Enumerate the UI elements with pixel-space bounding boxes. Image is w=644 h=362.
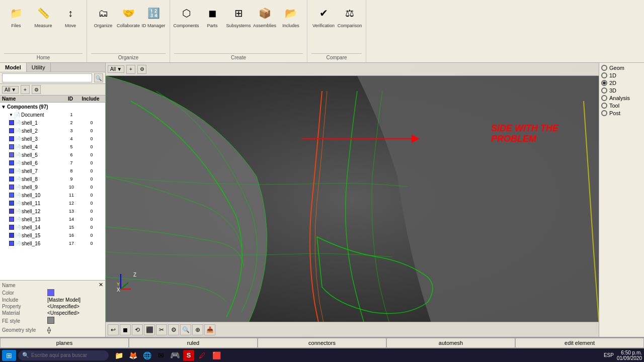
verification-button[interactable]: ✔ Verification bbox=[311, 4, 336, 28]
parts-button[interactable]: ◼ Parts bbox=[200, 4, 224, 28]
id-manager-button[interactable]: 🔢 ID Manager bbox=[141, 4, 166, 28]
files-button[interactable]: 📁 Files bbox=[4, 4, 28, 28]
radio-2d-circle bbox=[601, 80, 607, 86]
problem-arrow-line bbox=[302, 138, 413, 139]
measure-button[interactable]: 📏 Measure bbox=[31, 4, 55, 28]
subsystems-button[interactable]: ⊞ Subsystems bbox=[226, 4, 251, 28]
radio-tool[interactable]: Tool bbox=[601, 103, 642, 109]
comparison-button[interactable]: ⚖ Comparison bbox=[338, 4, 362, 28]
components-icon: ⬡ bbox=[177, 4, 195, 22]
assemblies-icon: 📦 bbox=[256, 4, 274, 22]
tab-model[interactable]: Model bbox=[0, 63, 27, 72]
taskbar-file-explorer[interactable]: 📁 bbox=[113, 350, 125, 361]
parts-icon: ◼ bbox=[203, 4, 221, 22]
panel-search-button[interactable]: 🔍 bbox=[94, 73, 103, 82]
viewport-filter-dropdown[interactable]: All ▼ bbox=[108, 65, 124, 73]
prop-geometry-style-row: Geometry style ⟠ bbox=[2, 326, 103, 334]
tree-shell-shell_14[interactable]: 📄 shell_14 15 0 bbox=[8, 223, 105, 231]
add-filter-button[interactable]: + bbox=[21, 85, 30, 94]
taskbar-browser[interactable]: 🌐 bbox=[141, 350, 153, 361]
mesh-viewport bbox=[106, 76, 599, 322]
viewport-settings-button[interactable]: ⚙ bbox=[137, 65, 146, 74]
home-group: 📁 Files 📏 Measure ↕ Move Home bbox=[0, 0, 87, 62]
close-properties-button[interactable]: ✕ bbox=[99, 282, 103, 288]
includes-button[interactable]: 📂 Includes bbox=[279, 4, 303, 28]
radio-1d[interactable]: 1D bbox=[601, 72, 642, 78]
color-swatch bbox=[47, 289, 54, 296]
radio-2d[interactable]: 2D bbox=[601, 80, 642, 86]
taskbar-email[interactable]: ✉ bbox=[155, 350, 167, 361]
main-toolbar: 📁 Files 📏 Measure ↕ Move Home 🗂 Organize… bbox=[0, 0, 644, 63]
mesh-tool-7[interactable]: 🔍 bbox=[180, 324, 191, 335]
filter-dropdown[interactable]: All ▼ bbox=[2, 86, 19, 94]
taskbar-app-pencil[interactable]: 🖊 bbox=[196, 350, 208, 361]
mesh-tool-9[interactable]: 📥 bbox=[204, 324, 215, 335]
radio-tool-circle bbox=[601, 103, 607, 109]
subsystems-icon: ⊞ bbox=[229, 4, 248, 22]
viewport-add-button[interactable]: + bbox=[126, 65, 135, 74]
tree-shell-shell_12[interactable]: 📄 shell_12 13 0 bbox=[8, 207, 105, 215]
tree-shell-shell_8[interactable]: 📄 shell_8 9 0 bbox=[8, 175, 105, 183]
tab-utility[interactable]: Utility bbox=[27, 63, 51, 72]
mesh-tool-6[interactable]: ⚙ bbox=[168, 324, 179, 335]
panel-search-input[interactable] bbox=[2, 73, 92, 82]
prop-name-row: Name bbox=[2, 283, 103, 288]
axis-indicator: X Z Y bbox=[116, 266, 146, 297]
start-button[interactable]: ⊞ bbox=[2, 350, 16, 361]
tree-shell-shell_7[interactable]: 📄 shell_7 8 0 bbox=[8, 167, 105, 175]
tree-document[interactable]: ▼ 📄 Document 1 bbox=[8, 111, 105, 119]
mesh-tool-3[interactable]: ⟲ bbox=[132, 324, 143, 335]
viewport[interactable]: All ▼ + ⚙ bbox=[106, 63, 599, 337]
cmd-edit-element[interactable]: edit element bbox=[515, 338, 644, 348]
taskbar-firefox[interactable]: 🦊 bbox=[127, 350, 139, 361]
mesh-tool-2[interactable]: ◼ bbox=[120, 324, 131, 335]
taskbar-system-tray: ESP 6:50 p.m. 01/09/2020 bbox=[604, 350, 642, 361]
taskbar-search-input[interactable] bbox=[31, 352, 102, 358]
mesh-tool-8[interactable]: ⊕ bbox=[192, 324, 203, 335]
tree-shell-shell_13[interactable]: 📄 shell_13 14 0 bbox=[8, 215, 105, 223]
taskbar-app-ppt[interactable]: 🟥 bbox=[210, 350, 222, 361]
geometry-style-icon: ⟠ bbox=[47, 326, 51, 334]
organize-button[interactable]: 🗂 Organize bbox=[91, 4, 115, 28]
radio-post[interactable]: Post bbox=[601, 110, 642, 116]
taskbar-app-red[interactable]: 🎮 bbox=[169, 350, 181, 361]
organize-icons: 🗂 Organize 🤝 Collaborate 🔢 ID Manager bbox=[91, 4, 166, 28]
svg-text:Y: Y bbox=[117, 282, 120, 287]
move-button[interactable]: ↕ Move bbox=[58, 4, 83, 28]
cmd-ruled[interactable]: ruled bbox=[129, 338, 258, 348]
filter-settings-button[interactable]: ⚙ bbox=[32, 85, 41, 94]
tree-shell-shell_16[interactable]: 📄 shell_16 17 0 bbox=[8, 239, 105, 247]
assemblies-button[interactable]: 📦 Assemblies bbox=[253, 4, 277, 28]
comparison-icon: ⚖ bbox=[341, 4, 359, 22]
tree-shell-shell_6[interactable]: 📄 shell_6 7 0 bbox=[8, 159, 105, 167]
tree-shell-shell_9[interactable]: 📄 shell_9 10 0 bbox=[8, 183, 105, 191]
mesh-tool-4[interactable]: ⬛ bbox=[144, 324, 155, 335]
tree-shell-shell_3[interactable]: 📄 shell_3 4 0 bbox=[8, 135, 105, 143]
tree-shell-shell_10[interactable]: 📄 shell_10 11 0 bbox=[8, 191, 105, 199]
organize-group: 🗂 Organize 🤝 Collaborate 🔢 ID Manager Or… bbox=[87, 0, 170, 62]
mesh-tool-1[interactable]: ↩ bbox=[108, 324, 119, 335]
tree-container[interactable]: ▼ Components (97) ▼ 📄 Document 1 📄 shell… bbox=[0, 103, 105, 280]
tree-shell-shell_1[interactable]: 📄 shell_1 2 0 bbox=[8, 119, 105, 127]
cmd-planes[interactable]: planes bbox=[0, 338, 129, 348]
cmd-connectors[interactable]: connectors bbox=[258, 338, 386, 348]
taskbar-search[interactable]: 🔍 bbox=[18, 350, 109, 360]
tree-shell-shell_4[interactable]: 📄 shell_4 5 0 bbox=[8, 143, 105, 151]
tree-shell-shell_2[interactable]: 📄 shell_2 3 0 bbox=[8, 127, 105, 135]
tree-shell-shell_15[interactable]: 📄 shell_15 16 0 bbox=[8, 231, 105, 239]
radio-3d[interactable]: 3D bbox=[601, 87, 642, 94]
tree-shell-shell_5[interactable]: 📄 shell_5 6 0 bbox=[8, 151, 105, 159]
tree-shell-shell_11[interactable]: 📄 shell_11 12 0 bbox=[8, 199, 105, 207]
tree-root-components[interactable]: ▼ Components (97) bbox=[0, 103, 105, 111]
compare-icons: ✔ Verification ⚖ Comparison bbox=[311, 4, 362, 28]
cmd-automesh[interactable]: automesh bbox=[386, 338, 515, 348]
collaborate-button[interactable]: 🤝 Collaborate bbox=[116, 4, 140, 28]
radio-analysis[interactable]: Analysis bbox=[601, 95, 642, 101]
taskbar-app-s[interactable]: S bbox=[183, 350, 194, 361]
taskbar-app-icons: 📁 🦊 🌐 ✉ 🎮 S 🖊 🟥 bbox=[113, 350, 222, 361]
components-button[interactable]: ⬡ Components bbox=[174, 4, 198, 28]
mesh-tool-5[interactable]: ✂ bbox=[156, 324, 167, 335]
svg-text:X: X bbox=[117, 287, 120, 293]
radio-geom[interactable]: Geom bbox=[601, 65, 642, 71]
tabs-row: Model Utility bbox=[0, 63, 105, 72]
